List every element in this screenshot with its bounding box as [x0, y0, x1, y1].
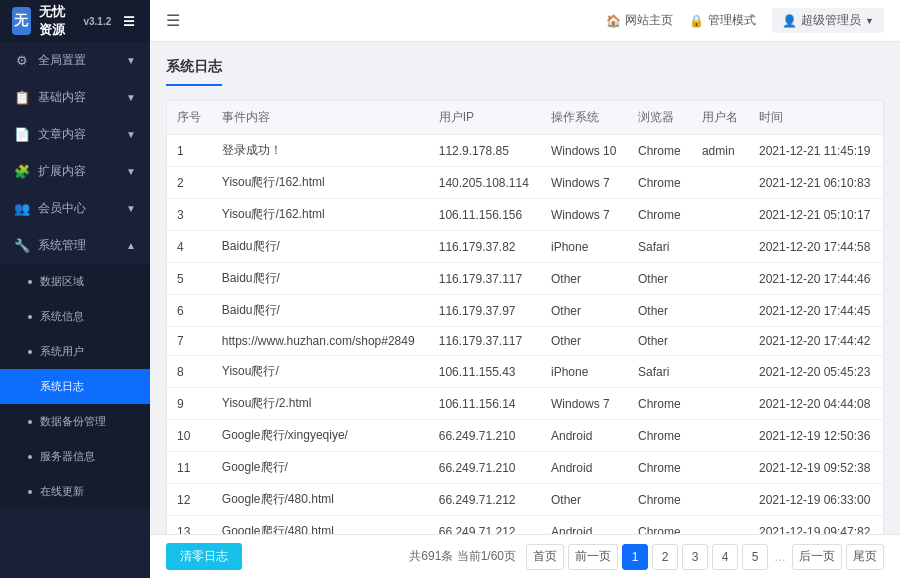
sidebar-item-ext-label: 扩展内容 [38, 163, 86, 180]
cell-time: 2021-12-20 05:45:23 [749, 356, 883, 388]
cell-time: 2021-12-19 12:50:36 [749, 420, 883, 452]
page-4-button[interactable]: 4 [712, 544, 738, 570]
last-page-button[interactable]: 尾页 [846, 544, 884, 570]
website-link[interactable]: 🏠 网站主页 [606, 12, 673, 29]
user-menu[interactable]: 👤 超级管理员 ▼ [772, 8, 884, 33]
content-area: 系统日志 序号 事件内容 用户IP 操作系统 浏览器 用户名 时间 [150, 42, 900, 534]
sidebar-item-home-label: 全局置置 [38, 52, 86, 69]
cell-time: 2021-12-19 09:52:38 [749, 452, 883, 484]
cell-ip: 66.249.71.210 [429, 420, 541, 452]
cell-user [692, 420, 749, 452]
main-area: ☰ 🏠 网站主页 🔒 管理模式 👤 超级管理员 ▼ 系统日志 [150, 0, 900, 578]
topbar: ☰ 🏠 网站主页 🔒 管理模式 👤 超级管理员 ▼ [150, 0, 900, 42]
chevron-up-icon: ▲ [126, 240, 136, 251]
sidebar-item-syslog[interactable]: 系统日志 [0, 369, 150, 404]
cell-user [692, 199, 749, 231]
cell-os: Other [541, 295, 628, 327]
cell-user [692, 516, 749, 535]
website-link-label: 网站主页 [625, 12, 673, 29]
cell-id: 12 [167, 484, 212, 516]
cell-browser: Other [628, 263, 692, 295]
cell-os: Other [541, 484, 628, 516]
sidebar-toggle-button[interactable]: ☰ [119, 7, 138, 35]
logo-bar: 无 无忧资源 v3.1.2 ☰ [0, 0, 150, 42]
table-row: 9 Yisou爬行/2.html 106.11.156.14 Windows 7… [167, 388, 883, 420]
cell-event: Google爬行/480.html [212, 484, 429, 516]
cell-ip: 106.11.156.14 [429, 388, 541, 420]
table-body: 1 登录成功！ 112.9.178.85 Windows 10 Chrome a… [167, 135, 883, 535]
app-title: 无忧资源 [39, 3, 74, 39]
table-row: 10 Google爬行/xingyeqiye/ 66.249.71.210 An… [167, 420, 883, 452]
table-row: 6 Baidu爬行/ 116.179.37.97 Other Other 202… [167, 295, 883, 327]
cell-ip: 66.249.71.212 [429, 516, 541, 535]
basic-icon: 📋 [14, 90, 30, 106]
cell-browser: Other [628, 295, 692, 327]
cell-id: 7 [167, 327, 212, 356]
doc-icon: 📄 [14, 127, 30, 143]
cell-user [692, 484, 749, 516]
ext-icon: 🧩 [14, 164, 30, 180]
col-user: 用户名 [692, 101, 749, 135]
prev-page-button[interactable]: 前一页 [568, 544, 618, 570]
col-time: 时间 [749, 101, 883, 135]
sidebar-item-member-label: 会员中心 [38, 200, 86, 217]
cell-id: 10 [167, 420, 212, 452]
sidebar-item-sysmgr[interactable]: 🔧 系统管理 ▲ [0, 227, 150, 264]
next-page-button[interactable]: 后一页 [792, 544, 842, 570]
cell-event: Yisou爬行/162.html [212, 167, 429, 199]
col-event: 事件内容 [212, 101, 429, 135]
first-page-button[interactable]: 首页 [526, 544, 564, 570]
sidebar-item-home[interactable]: ⚙ 全局置置 ▼ [0, 42, 150, 79]
cell-browser: Chrome [628, 420, 692, 452]
member-icon: 👥 [14, 201, 30, 217]
cell-id: 1 [167, 135, 212, 167]
cell-os: Android [541, 452, 628, 484]
cell-os: Android [541, 516, 628, 535]
sidebar-item-datazone[interactable]: 数据区域 [0, 264, 150, 299]
manager-link[interactable]: 🔒 管理模式 [689, 12, 756, 29]
page-2-button[interactable]: 2 [652, 544, 678, 570]
page-5-button[interactable]: 5 [742, 544, 768, 570]
sidebar-menu: ⚙ 全局置置 ▼ 📋 基础内容 ▼ 📄 文章内容 ▼ 🧩 扩展内容 ▼ 👥 会员… [0, 42, 150, 578]
chevron-down-icon: ▼ [126, 55, 136, 66]
sidebar-item-ext[interactable]: 🧩 扩展内容 ▼ [0, 153, 150, 190]
sys-submenu: 数据区域 系统信息 系统用户 系统日志 数据备份管理 服务器信息 在线更新 [0, 264, 150, 509]
sidebar-item-member[interactable]: 👥 会员中心 ▼ [0, 190, 150, 227]
sidebar-item-databackup-label: 数据备份管理 [40, 414, 106, 429]
sidebar-item-serverinfo[interactable]: 服务器信息 [0, 439, 150, 474]
sidebar-item-basic[interactable]: 📋 基础内容 ▼ [0, 79, 150, 116]
cell-id: 3 [167, 199, 212, 231]
page-title-bar: 系统日志 [166, 58, 884, 86]
sidebar-item-sysinfo[interactable]: 系统信息 [0, 299, 150, 334]
cell-user: admin [692, 135, 749, 167]
cell-ip: 106.11.155.43 [429, 356, 541, 388]
cell-time: 2021-12-19 09:47:82 [749, 516, 883, 535]
sidebar-item-doc[interactable]: 📄 文章内容 ▼ [0, 116, 150, 153]
col-browser: 浏览器 [628, 101, 692, 135]
page-3-button[interactable]: 3 [682, 544, 708, 570]
cell-id: 5 [167, 263, 212, 295]
cell-ip: 112.9.178.85 [429, 135, 541, 167]
pagination-dots: … [772, 550, 788, 564]
page-1-button[interactable]: 1 [622, 544, 648, 570]
cell-user [692, 295, 749, 327]
cell-user [692, 388, 749, 420]
chevron-down-icon: ▼ [126, 166, 136, 177]
sidebar-item-sysuser[interactable]: 系统用户 [0, 334, 150, 369]
cell-user [692, 452, 749, 484]
cell-ip: 106.11.156.156 [429, 199, 541, 231]
cell-ip: 140.205.108.114 [429, 167, 541, 199]
cell-event: Baidu爬行/ [212, 231, 429, 263]
topbar-toggle-button[interactable]: ☰ [166, 11, 180, 30]
sidebar-item-databackup[interactable]: 数据备份管理 [0, 404, 150, 439]
cell-event: https://www.huzhan.com/shop#2849 [212, 327, 429, 356]
table-row: 4 Baidu爬行/ 116.179.37.82 iPhone Safari 2… [167, 231, 883, 263]
cell-os: iPhone [541, 231, 628, 263]
manager-link-label: 管理模式 [708, 12, 756, 29]
clear-log-button[interactable]: 清零日志 [166, 543, 242, 570]
table-row: 2 Yisou爬行/162.html 140.205.108.114 Windo… [167, 167, 883, 199]
cell-ip: 66.249.71.210 [429, 452, 541, 484]
chevron-down-icon: ▼ [126, 203, 136, 214]
cell-time: 2021-12-20 17:44:46 [749, 263, 883, 295]
sidebar-item-update[interactable]: 在线更新 [0, 474, 150, 509]
